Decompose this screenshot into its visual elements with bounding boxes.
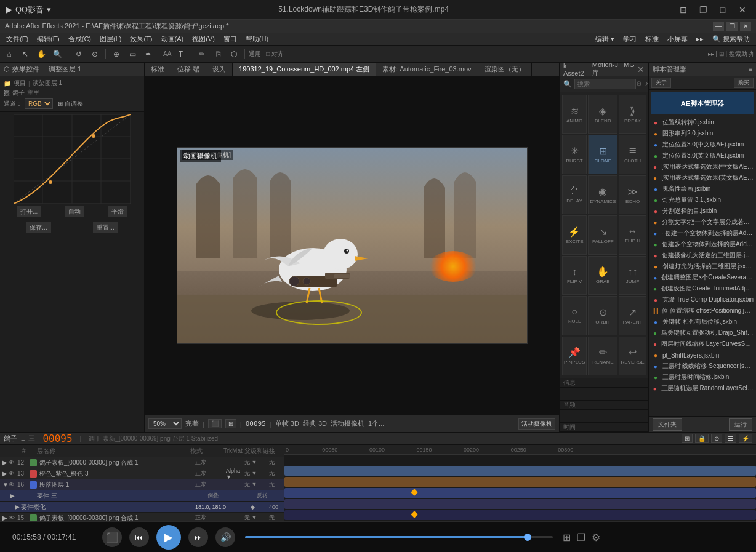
view-mode[interactable]: 经典 3D — [303, 419, 327, 428]
search-settings[interactable]: ⚙ — [636, 80, 642, 88]
workspace-more[interactable]: ▸▸ — [693, 33, 707, 45]
mask-tool[interactable]: ▭ — [126, 47, 139, 61]
script-item-1[interactable]: ● 位置线转转0.jsxbin — [649, 117, 756, 128]
vis-12[interactable]: 👁 — [9, 459, 17, 466]
tl-btn-3[interactable]: ⊙ — [711, 434, 722, 443]
script-item-14[interactable]: ● 创建灯光为活择的三维图层.jsxbin — [649, 261, 756, 272]
tool-cloth[interactable]: ≣ CLOTH — [619, 135, 646, 174]
tool-delay[interactable]: ⏱ DELAY — [562, 175, 587, 214]
script-item-25[interactable]: ● 三层随机选层 RandomLayerSelector.js... — [649, 383, 756, 394]
anchor-tool[interactable]: ⊕ — [110, 47, 123, 61]
script-item-18[interactable]: |||| 位 位置缩移 offsetPositioning.jsxbin — [649, 305, 756, 316]
script-item-21[interactable]: ● 图层时间线缩移 LayerCurvesShifter.js... — [649, 338, 756, 350]
script-item-7[interactable]: ● 鬼畜性绘画.jsxbin — [649, 183, 756, 194]
script-item-22[interactable]: ● pt_ShiftLayers.jsxbin — [649, 350, 756, 361]
tool-flipv[interactable]: ↕ FLIP V — [562, 256, 587, 295]
menu-view[interactable]: 视图(V) — [188, 33, 219, 45]
menu-help[interactable]: 帮助(H) — [242, 33, 272, 45]
layer-row-13[interactable]: ▶ 👁 13 橙色_紫色_橙色 3 正常 Alpha ▼ 无 ▼ 无 — [0, 468, 284, 479]
tool-animo[interactable]: ≋ ANIMO — [562, 95, 587, 134]
about-btn[interactable]: 关于 — [651, 78, 671, 88]
layer-row-sub1[interactable]: ▶ 要件 三 倒叠 反转 — [0, 490, 284, 502]
hand-tool[interactable]: ✋ — [34, 47, 48, 61]
motion-panel-close[interactable]: ✕ — [637, 65, 645, 74]
search-help[interactable]: 🔍 搜索帮助 — [709, 33, 754, 45]
tool-burst[interactable]: ✳ BURST — [562, 135, 587, 174]
layer-row-16[interactable]: ▼ 👁 16 段落图层 1 正常 无 ▼ 无 — [0, 479, 284, 490]
workspace-edit[interactable]: 编辑 ▾ — [592, 33, 618, 45]
script-item-15[interactable]: ● 创建调整图层×个CreateSeveralTrim... — [649, 272, 756, 283]
play-btn[interactable]: ▶ — [156, 525, 181, 550]
comp-label[interactable]: 演染图层 1 — [33, 79, 62, 87]
tool-parent[interactable]: ↗ PARENT — [619, 296, 646, 335]
pip-icon[interactable]: ❐ — [577, 532, 585, 543]
menu-window[interactable]: 窗口 — [220, 33, 241, 45]
ae-close[interactable]: ✕ — [740, 22, 751, 31]
home-tool[interactable]: ⌂ — [2, 47, 16, 61]
close-btn[interactable]: ✕ — [735, 2, 750, 17]
vis-13[interactable]: 👁 — [9, 470, 17, 477]
script-item-2[interactable]: ● 图形串列2.0.jsxbin — [649, 128, 756, 139]
text-tool[interactable]: T — [174, 47, 187, 61]
workspace-learn[interactable]: 学习 — [619, 33, 640, 45]
channel-select[interactable]: RGB 红 绿 蓝 — [25, 98, 53, 109]
tool-jump[interactable]: ↑↑ JUMP — [619, 256, 646, 295]
tool-orbit[interactable]: ⊙ ORBIT — [588, 296, 617, 335]
tool-pinplus[interactable]: 📌 PINPLUS — [562, 337, 587, 375]
script-panel-menu[interactable]: ≡ — [749, 66, 752, 73]
purchase-btn[interactable]: 购买 — [734, 78, 754, 88]
restore-btn[interactable]: ❐ — [696, 2, 710, 17]
media-progress-bar[interactable] — [245, 536, 553, 538]
menu-anim[interactable]: 动画(A) — [158, 33, 188, 45]
minimize-btn[interactable]: ⊟ — [676, 2, 691, 17]
menu-edit[interactable]: 编辑(E) — [33, 33, 63, 45]
menu-file[interactable]: 文件(F) — [2, 33, 32, 45]
ae-minimize[interactable]: — — [713, 22, 724, 31]
tl-btn-1[interactable]: ⊞ — [682, 434, 693, 443]
vis-15[interactable]: 👁 — [9, 514, 17, 521]
next-btn[interactable]: ⏭ — [188, 527, 208, 547]
tab-render[interactable]: 渲染图（无） — [478, 63, 532, 76]
stabilize-label[interactable]: 活动摄像机 — [518, 418, 555, 430]
tool-break[interactable]: ⟫ BREAK — [619, 95, 646, 134]
vis-16[interactable]: 👁 — [9, 481, 17, 488]
tool-blend[interactable]: ◈ BLEND — [588, 95, 617, 134]
tl-btn-2[interactable]: 🔒 — [695, 434, 709, 443]
volume-btn[interactable]: 🔊 — [215, 527, 235, 547]
eraser-tool[interactable]: ⬡ — [227, 47, 241, 61]
script-item-17[interactable]: ● 克隆 True Comp Duplicator.jsxbin — [649, 294, 756, 305]
rotate-tool[interactable]: ↺ — [72, 47, 86, 61]
script-item-16[interactable]: ● 创建设图层Create TrimmedAdjustme... — [649, 283, 756, 294]
script-item-11[interactable]: ● · 创建一个空物体到选择的层Add Pa... — [649, 228, 756, 239]
select-tool[interactable]: ↖ — [18, 47, 32, 61]
tool-fliph[interactable]: ↔ FLIP H — [619, 215, 646, 254]
tool-dynamics[interactable]: ◉ DYNAMICS — [588, 175, 617, 214]
tab-fire[interactable]: 素材: Automatic_Fire_03.mov — [376, 63, 478, 76]
pen-tool[interactable]: ✒ — [142, 47, 155, 61]
stabilize-btn[interactable]: ⬛ — [208, 419, 222, 428]
clone-tool[interactable]: ⎘ — [211, 47, 225, 61]
left-panel-label-effects[interactable]: 效果控件 — [12, 65, 39, 74]
tl-btn-5[interactable]: ⚡ — [739, 434, 752, 443]
prev-btn[interactable]: ⏮ — [129, 527, 149, 547]
curves-graph[interactable] — [14, 114, 131, 204]
menu-comp[interactable]: 合成(C) — [65, 33, 95, 45]
script-item-6[interactable]: ● [实用表达式集选效果(英文版AE).jsxbin — [649, 172, 756, 183]
maximize-btn[interactable]: □ — [715, 2, 730, 17]
menu-layer[interactable]: 图层(L) — [96, 33, 125, 45]
layer-row-sub2[interactable]: ▶ 要件概化 181.0, 181.0 ◆ 400 — [0, 502, 284, 513]
script-item-24[interactable]: ● 三层时层时间缩修.jsxbin — [649, 372, 756, 383]
script-item-23[interactable]: ● 三层时 线线缩移 Sequencer.jsxbin — [649, 361, 756, 372]
tl-btn-4[interactable]: ☰ — [725, 434, 736, 443]
tool-null[interactable]: ○ NULL — [562, 296, 587, 335]
tab-shift[interactable]: 位移 端 — [171, 63, 206, 76]
brush-tool[interactable]: ✏ — [195, 47, 209, 61]
settings-icon[interactable]: ⚙ — [592, 532, 600, 543]
script-item-9[interactable]: ● 分割送择的目.jsxbin — [649, 206, 756, 217]
folder-btn[interactable]: 文件夹 — [653, 418, 682, 431]
os-app-name[interactable]: ▶ QQ影音 ▾ — [6, 4, 51, 15]
tool-falloff[interactable]: ↘ FALLOFF — [588, 215, 617, 254]
stop-btn[interactable]: ⬛ — [102, 527, 122, 547]
script-item-4[interactable]: ● 定位位置3.0(英文版AE).jsxbin — [649, 150, 756, 161]
tool-excite[interactable]: ⚡ EXCITE — [562, 215, 587, 254]
